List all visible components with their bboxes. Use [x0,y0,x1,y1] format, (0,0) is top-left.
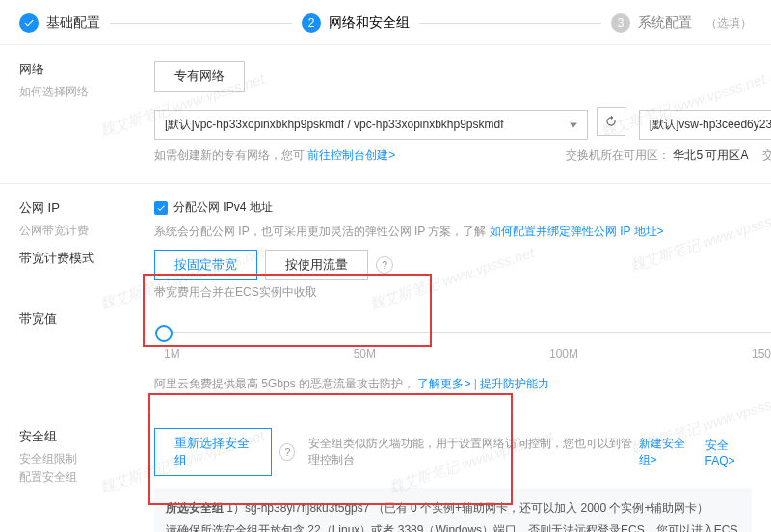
zone-value: 华北5 可用区A [673,148,747,162]
assign-ip-checkbox[interactable] [154,201,168,215]
step-label: 网络和安全组 [329,14,410,32]
check-icon [19,13,39,33]
hint-public-ip: 公网带宽计费 [19,223,154,239]
step-label: 基础配置 [46,14,100,32]
learn-more-link[interactable]: 了解更多> [417,377,470,390]
cidr-label: 交换机网段： [762,148,771,162]
assign-ip-label: 分配公网 IPv4 地址 [173,200,273,216]
hint-sg-limit: 安全组限制 [19,451,154,467]
zone-label: 交换机所在可用区： [566,148,670,162]
help-icon[interactable]: ? [279,443,295,461]
step-optional: （选填） [705,15,752,32]
label-bandwidth: 带宽值 [19,310,154,328]
eip-link[interactable]: 如何配置并绑定弹性公网 IP 地址> [490,225,664,238]
step-basic[interactable]: 基础配置 [19,13,100,33]
step-system[interactable]: 3 系统配置 （选填） [611,13,752,33]
section-public-ip: 公网 IP 公网带宽计费 分配公网 IPv4 地址 系统会分配公网 IP，也可采… [0,184,771,412]
billing-traffic-button[interactable]: 按使用流量 [265,250,368,280]
step-divider [419,23,601,24]
vswitch-select[interactable]: [默认]vsw-hp3ceed6y23uy8lkbifgr / vsw-hp3c… [639,110,771,140]
step-number: 3 [611,13,630,33]
section-network: 网络 如何选择网络 专有网络 [默认]vpc-hp33xopinxbkhp9ps… [0,45,771,184]
ip-desc: 系统会分配公网 IP，也可采用更加灵活的弹性公网 IP 方案，了解 [154,225,490,238]
slider-handle[interactable] [155,325,173,342]
network-type-button[interactable]: 专有网络 [154,61,245,92]
progress-steps: 基础配置 2 网络和安全组 3 系统配置 （选填） [0,0,771,45]
refresh-icon[interactable] [597,107,625,136]
tick-50m: 50M [354,347,376,360]
selected-sg-value: 1）sg-hp38yl7flj8ku3t5gps7 （已有 0 个实例+辅助网卡… [226,501,708,515]
tick-100m: 100M [549,347,578,360]
sg-faq-link[interactable]: 安全FAQ> [705,438,752,467]
label-sg: 安全组 [19,428,154,445]
step-label: 系统配置 [638,14,692,32]
reselect-sg-button[interactable]: 重新选择安全组 [154,428,272,476]
sg-info-box: 所选安全组 1）sg-hp38yl7flj8ku3t5gps7 （已有 0 个实… [154,488,752,532]
vpc-select[interactable]: [默认]vpc-hp33xopinxbkhp9pskmdf / vpc-hp33… [154,110,588,140]
step-divider [110,23,292,24]
new-sg-link[interactable]: 新建安全组> [639,436,696,468]
label-public-ip: 公网 IP [19,200,154,217]
sg-port-warning: 请确保所选安全组开放包含 22（Linux）或者 3389（Windows）端口… [166,523,737,532]
step-number: 2 [302,13,321,33]
step-network[interactable]: 2 网络和安全组 [302,13,410,33]
selected-sg-label: 所选安全组 [166,501,224,515]
sg-desc: 安全组类似防火墙功能，用于设置网络访问控制，您也可以到管理控制台 [308,436,634,468]
tick-1m: 1M [164,347,180,360]
label-network: 网络 [19,61,154,78]
create-vpc-prefix: 如需创建新的专有网络，您可 [154,148,305,162]
label-billing: 带宽计费模式 [19,250,154,267]
tick-150m: 150M [752,347,771,360]
upgrade-protection-link[interactable]: 提升防护能力 [480,377,549,390]
section-security-group: 安全组 安全组限制 配置安全组 重新选择安全组 ? 安全组类似防火墙功能，用于设… [0,412,771,532]
hint-sg-config: 配置安全组 [19,469,154,486]
hint-network: 如何选择网络 [19,84,154,100]
billing-fixed-button[interactable]: 按固定带宽 [154,250,257,280]
slider-ticks: 1M 50M 100M 150M [164,347,771,360]
create-vpc-link[interactable]: 前往控制台创建> [307,148,395,162]
billing-note: 带宽费用合并在ECS实例中收取 [154,285,317,299]
bandwidth-slider[interactable] [164,332,771,333]
ddos-note: 阿里云免费提供最高 5Gbps 的恶意流量攻击防护， [154,377,414,390]
help-icon[interactable]: ? [376,256,393,274]
